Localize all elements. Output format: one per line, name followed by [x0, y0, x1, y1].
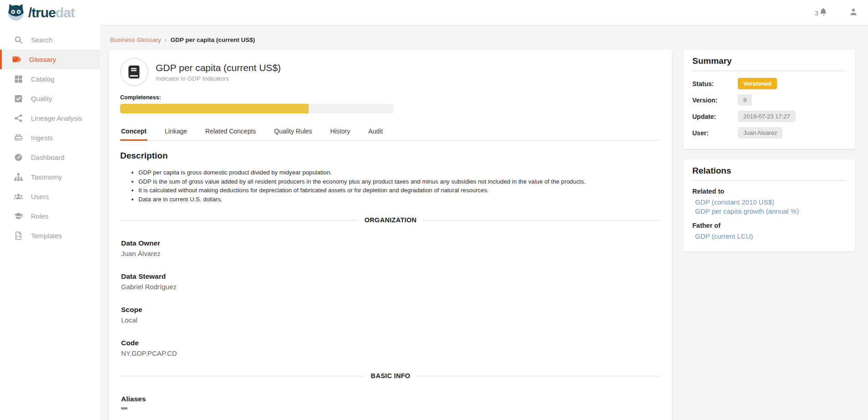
- sidebar-item-search[interactable]: Search: [0, 30, 100, 50]
- book-icon: [127, 64, 142, 80]
- file-code-icon: [14, 231, 23, 241]
- sidebar-item-label: Ingests: [31, 134, 53, 142]
- update-badge: 2019-07-23 17:27: [738, 111, 796, 122]
- sidebar-item-roles[interactable]: Roles: [0, 206, 100, 226]
- tab-quality-rules[interactable]: Quality Rules: [273, 123, 313, 141]
- sidebar-item-label: Roles: [31, 212, 48, 220]
- summary-row-status: Status: Versioned: [692, 77, 846, 90]
- sidebar-item-dashboard[interactable]: Dashboard: [0, 148, 100, 167]
- concept-tabs: Concept Linkage Related Concepts Quality…: [120, 123, 661, 141]
- breadcrumb-business-glossary-link[interactable]: Business Glossary: [110, 36, 161, 43]
- sidebar-item-label: Taxonomy: [31, 173, 62, 181]
- tab-audit[interactable]: Audit: [367, 123, 384, 141]
- sidebar-item-ingests[interactable]: Ingests: [0, 128, 100, 148]
- field-label: Scope: [121, 306, 661, 314]
- grid-icon: [14, 74, 23, 84]
- completeness-progress-bar: [120, 104, 393, 113]
- search-icon: [14, 35, 23, 45]
- sidebar-item-catalog[interactable]: Catalog: [0, 69, 100, 89]
- related-concept-link[interactable]: GDP (constant 2010 US$): [695, 198, 846, 206]
- summary-label: Update:: [692, 113, 738, 120]
- section-heading: ORGANIZATION: [365, 216, 417, 224]
- server-icon: [14, 133, 23, 143]
- summary-row-update: Update: 2019-07-23 17:27: [692, 110, 846, 123]
- breadcrumb-separator: ›: [165, 36, 167, 43]
- field-label: Data Steward: [121, 272, 661, 281]
- concept-subtitle: Indicator in GDP Indicators: [156, 75, 281, 82]
- sidebar-item-label: Dashboard: [31, 154, 64, 161]
- description-list: GDP per capita is gross domestic product…: [138, 168, 661, 204]
- sidebar-item-taxonomy[interactable]: Taxonomy: [0, 167, 100, 187]
- field-value: Juan Álvarez: [121, 250, 661, 257]
- field-value: Local: [121, 316, 661, 324]
- brand-name: /truedat: [28, 6, 75, 20]
- summary-label: User:: [692, 129, 738, 137]
- status-badge: Versioned: [738, 78, 777, 89]
- related-concept-link[interactable]: GDP per capita growth (annual %): [695, 207, 846, 215]
- summary-title: Summary: [692, 56, 846, 71]
- sidebar-item-label: Users: [31, 193, 49, 200]
- description-heading: Description: [120, 151, 661, 161]
- sidebar-item-label: Quality: [31, 95, 52, 102]
- tab-linkage[interactable]: Linkage: [164, 123, 188, 141]
- field-value: Gabriel Rodríguez: [121, 283, 661, 291]
- relations-group-heading: Father of: [692, 222, 846, 229]
- breadcrumb: Business Glossary › GDP per capita (curr…: [110, 36, 855, 43]
- field-label: Aliases: [121, 395, 661, 403]
- sidebar-item-lineage-analysis[interactable]: Lineage Analysis: [0, 108, 100, 128]
- section-divider-basic-info: BASIC INFO: [120, 372, 661, 379]
- summary-row-version: Version: 9: [692, 94, 846, 106]
- notifications-button[interactable]: 3: [815, 8, 828, 18]
- relations-card: Relations Related to GDP (constant 2010 …: [683, 159, 855, 251]
- owl-logo-icon: [6, 2, 25, 23]
- sidebar-item-templates[interactable]: Templates: [0, 226, 100, 246]
- tab-concept[interactable]: Concept: [120, 123, 147, 141]
- summary-label: Status:: [692, 80, 738, 87]
- description-bullet: GDP per capita is gross domestic product…: [138, 168, 661, 177]
- user-icon: [849, 10, 858, 18]
- description-bullet: GDP is the sum of gross value added by a…: [138, 177, 661, 186]
- user-menu-button[interactable]: [849, 7, 858, 18]
- app-logo[interactable]: /truedat: [6, 2, 75, 23]
- share-icon: [14, 113, 23, 123]
- bell-icon: [819, 8, 828, 18]
- concept-card: GDP per capita (current US$) Indicator i…: [109, 50, 672, 420]
- sidebar-item-label: Glossary: [29, 56, 56, 63]
- empty-value-dash: [121, 407, 127, 410]
- sidebar-item-users[interactable]: Users: [0, 187, 100, 206]
- check-square-icon: [14, 94, 23, 103]
- breadcrumb-current: GDP per capita (current US$): [170, 36, 255, 43]
- completeness-progress-fill: [120, 104, 309, 113]
- page-title: GDP per capita (current US$): [156, 62, 281, 73]
- section-heading: BASIC INFO: [371, 372, 411, 379]
- summary-label: Version:: [692, 97, 738, 104]
- sitemap-icon: [14, 172, 23, 182]
- field-data-steward: Data Steward Gabriel Rodríguez: [121, 272, 661, 291]
- field-label: Data Owner: [121, 239, 661, 247]
- sidebar-item-quality[interactable]: Quality: [0, 89, 100, 108]
- brand-name-primary: /true: [28, 5, 56, 20]
- section-divider-organization: ORGANIZATION: [120, 216, 661, 224]
- topbar: /truedat 3: [0, 0, 868, 26]
- sidebar-item-label: Catalog: [31, 75, 55, 83]
- sidebar-item-label: Search: [31, 36, 53, 44]
- sidebar-item-label: Lineage Analysis: [31, 114, 82, 122]
- sidebar: Search Glossary Catalog Quality Lineage …: [0, 26, 100, 420]
- field-aliases: Aliases: [121, 395, 661, 410]
- gauge-icon: [14, 153, 23, 162]
- description-bullet: Data are in current U.S. dollars.: [138, 195, 661, 204]
- sidebar-item-glossary[interactable]: Glossary: [0, 50, 100, 69]
- concept-type-icon: [120, 58, 148, 86]
- version-badge: 9: [738, 94, 752, 106]
- description-bullet: It is calculated without making deductio…: [138, 186, 661, 195]
- tag-icon: [12, 55, 21, 64]
- relations-title: Relations: [692, 166, 846, 181]
- related-concept-link[interactable]: GDP (current LCU): [695, 232, 846, 240]
- field-code: Code NY.GDP.PCAP.CD: [121, 339, 661, 357]
- sidebar-item-label: Templates: [31, 232, 62, 240]
- tab-related-concepts[interactable]: Related Concepts: [204, 123, 257, 141]
- summary-card: Summary Status: Versioned Version: 9 Upd…: [683, 50, 855, 149]
- summary-row-user: User: Juan Alvarez: [692, 127, 846, 139]
- tab-history[interactable]: History: [330, 123, 351, 141]
- brand-name-secondary: dat: [56, 5, 75, 20]
